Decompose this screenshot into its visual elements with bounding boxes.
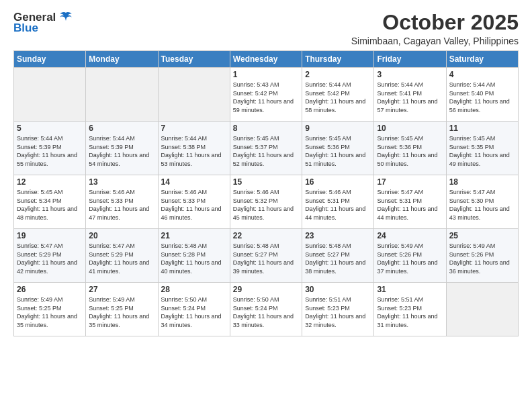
- calendar-week-row: 19Sunrise: 5:47 AM Sunset: 5:29 PM Dayli…: [14, 229, 519, 283]
- cell-info: Sunrise: 5:47 AM Sunset: 5:29 PM Dayligh…: [17, 242, 83, 275]
- calendar-cell: 23Sunrise: 5:48 AM Sunset: 5:27 PM Dayli…: [302, 229, 374, 283]
- calendar-cell: 29Sunrise: 5:50 AM Sunset: 5:24 PM Dayli…: [230, 283, 302, 336]
- cell-info: Sunrise: 5:43 AM Sunset: 5:42 PM Dayligh…: [233, 81, 299, 114]
- day-number: 3: [377, 70, 443, 79]
- calendar-cell: 3Sunrise: 5:44 AM Sunset: 5:41 PM Daylig…: [374, 68, 446, 122]
- day-number: 16: [305, 177, 371, 187]
- calendar-cell: 7Sunrise: 5:44 AM Sunset: 5:38 PM Daylig…: [158, 122, 230, 175]
- calendar-cell: 8Sunrise: 5:45 AM Sunset: 5:37 PM Daylig…: [230, 122, 302, 175]
- calendar-week-row: 12Sunrise: 5:45 AM Sunset: 5:34 PM Dayli…: [14, 175, 519, 229]
- calendar-cell: 15Sunrise: 5:46 AM Sunset: 5:32 PM Dayli…: [230, 175, 302, 229]
- cell-info: Sunrise: 5:44 AM Sunset: 5:38 PM Dayligh…: [161, 134, 227, 168]
- calendar-cell: 18Sunrise: 5:47 AM Sunset: 5:30 PM Dayli…: [446, 175, 518, 229]
- day-number: 30: [305, 285, 371, 294]
- calendar-cell: 26Sunrise: 5:49 AM Sunset: 5:25 PM Dayli…: [14, 283, 86, 336]
- day-number: 23: [305, 231, 371, 240]
- cell-info: Sunrise: 5:50 AM Sunset: 5:24 PM Dayligh…: [233, 295, 299, 329]
- cell-info: Sunrise: 5:47 AM Sunset: 5:29 PM Dayligh…: [89, 242, 154, 275]
- cell-info: Sunrise: 5:46 AM Sunset: 5:33 PM Dayligh…: [89, 188, 154, 222]
- cell-info: Sunrise: 5:51 AM Sunset: 5:23 PM Dayligh…: [377, 295, 443, 329]
- calendar-cell: 27Sunrise: 5:49 AM Sunset: 5:25 PM Dayli…: [86, 283, 158, 336]
- day-number: 18: [449, 177, 515, 187]
- cell-info: Sunrise: 5:46 AM Sunset: 5:33 PM Dayligh…: [161, 188, 227, 222]
- day-number: 28: [161, 285, 227, 294]
- day-number: 10: [377, 124, 443, 133]
- cell-info: Sunrise: 5:45 AM Sunset: 5:35 PM Dayligh…: [449, 134, 515, 168]
- calendar-cell: 22Sunrise: 5:48 AM Sunset: 5:27 PM Dayli…: [230, 229, 302, 283]
- day-number: 31: [377, 285, 443, 294]
- day-header-tuesday: Tuesday: [158, 51, 230, 68]
- cell-info: Sunrise: 5:49 AM Sunset: 5:26 PM Dayligh…: [449, 242, 515, 275]
- day-header-thursday: Thursday: [302, 51, 374, 68]
- logo: General Blue: [13, 11, 73, 35]
- day-number: 13: [89, 177, 154, 187]
- calendar-cell: [446, 283, 518, 336]
- calendar-cell: 20Sunrise: 5:47 AM Sunset: 5:29 PM Dayli…: [86, 229, 158, 283]
- subtitle: Simimbaan, Cagayan Valley, Philippines: [351, 36, 519, 46]
- cell-info: Sunrise: 5:49 AM Sunset: 5:25 PM Dayligh…: [89, 295, 154, 329]
- title-section: October 2025 Simimbaan, Cagayan Valley, …: [351, 11, 519, 46]
- day-number: 19: [17, 231, 83, 240]
- day-number: 20: [89, 231, 154, 240]
- day-number: 6: [89, 124, 154, 133]
- day-number: 7: [161, 124, 227, 133]
- calendar-table: SundayMondayTuesdayWednesdayThursdayFrid…: [13, 50, 519, 336]
- calendar-week-row: 5Sunrise: 5:44 AM Sunset: 5:39 PM Daylig…: [14, 122, 519, 175]
- calendar-cell: 2Sunrise: 5:44 AM Sunset: 5:42 PM Daylig…: [302, 68, 374, 122]
- calendar-cell: 28Sunrise: 5:50 AM Sunset: 5:24 PM Dayli…: [158, 283, 230, 336]
- day-header-saturday: Saturday: [446, 51, 518, 68]
- calendar-cell: 1Sunrise: 5:43 AM Sunset: 5:42 PM Daylig…: [230, 68, 302, 122]
- cell-info: Sunrise: 5:48 AM Sunset: 5:27 PM Dayligh…: [305, 242, 371, 275]
- calendar-cell: 16Sunrise: 5:46 AM Sunset: 5:31 PM Dayli…: [302, 175, 374, 229]
- calendar-cell: 11Sunrise: 5:45 AM Sunset: 5:35 PM Dayli…: [446, 122, 518, 175]
- day-header-friday: Friday: [374, 51, 446, 68]
- calendar-cell: 5Sunrise: 5:44 AM Sunset: 5:39 PM Daylig…: [14, 122, 86, 175]
- cell-info: Sunrise: 5:45 AM Sunset: 5:36 PM Dayligh…: [377, 134, 443, 168]
- cell-info: Sunrise: 5:50 AM Sunset: 5:24 PM Dayligh…: [161, 295, 227, 329]
- cell-info: Sunrise: 5:51 AM Sunset: 5:23 PM Dayligh…: [305, 295, 371, 329]
- calendar-week-row: 26Sunrise: 5:49 AM Sunset: 5:25 PM Dayli…: [14, 283, 519, 336]
- calendar-cell: 14Sunrise: 5:46 AM Sunset: 5:33 PM Dayli…: [158, 175, 230, 229]
- calendar-cell: 17Sunrise: 5:47 AM Sunset: 5:31 PM Dayli…: [374, 175, 446, 229]
- cell-info: Sunrise: 5:44 AM Sunset: 5:39 PM Dayligh…: [17, 134, 83, 168]
- day-number: 25: [449, 231, 515, 240]
- calendar-cell: 21Sunrise: 5:48 AM Sunset: 5:28 PM Dayli…: [158, 229, 230, 283]
- cell-info: Sunrise: 5:44 AM Sunset: 5:41 PM Dayligh…: [377, 81, 443, 114]
- calendar-cell: 6Sunrise: 5:44 AM Sunset: 5:39 PM Daylig…: [86, 122, 158, 175]
- day-header-monday: Monday: [86, 51, 158, 68]
- logo-blue-text: Blue: [13, 21, 38, 35]
- day-number: 26: [17, 285, 83, 294]
- calendar-cell: 30Sunrise: 5:51 AM Sunset: 5:23 PM Dayli…: [302, 283, 374, 336]
- day-header-sunday: Sunday: [14, 51, 86, 68]
- cell-info: Sunrise: 5:48 AM Sunset: 5:27 PM Dayligh…: [233, 242, 299, 275]
- cell-info: Sunrise: 5:45 AM Sunset: 5:37 PM Dayligh…: [233, 134, 299, 168]
- calendar-cell: 12Sunrise: 5:45 AM Sunset: 5:34 PM Dayli…: [14, 175, 86, 229]
- calendar-cell: 13Sunrise: 5:46 AM Sunset: 5:33 PM Dayli…: [86, 175, 158, 229]
- day-number: 17: [377, 177, 443, 187]
- day-number: 2: [305, 70, 371, 79]
- calendar-cell: 31Sunrise: 5:51 AM Sunset: 5:23 PM Dayli…: [374, 283, 446, 336]
- day-number: 12: [17, 177, 83, 187]
- cell-info: Sunrise: 5:44 AM Sunset: 5:42 PM Dayligh…: [305, 81, 371, 114]
- day-number: 27: [89, 285, 154, 294]
- day-number: 22: [233, 231, 299, 240]
- day-number: 21: [161, 231, 227, 240]
- calendar-header-row: SundayMondayTuesdayWednesdayThursdayFrid…: [14, 51, 519, 68]
- calendar-cell: 25Sunrise: 5:49 AM Sunset: 5:26 PM Dayli…: [446, 229, 518, 283]
- cell-info: Sunrise: 5:46 AM Sunset: 5:31 PM Dayligh…: [305, 188, 371, 222]
- logo-bird-icon: [58, 11, 73, 24]
- cell-info: Sunrise: 5:45 AM Sunset: 5:34 PM Dayligh…: [17, 188, 83, 222]
- calendar-week-row: 1Sunrise: 5:43 AM Sunset: 5:42 PM Daylig…: [14, 68, 519, 122]
- day-number: 9: [305, 124, 371, 133]
- calendar-cell: 4Sunrise: 5:44 AM Sunset: 5:40 PM Daylig…: [446, 68, 518, 122]
- cell-info: Sunrise: 5:49 AM Sunset: 5:25 PM Dayligh…: [17, 295, 83, 329]
- calendar-cell: 9Sunrise: 5:45 AM Sunset: 5:36 PM Daylig…: [302, 122, 374, 175]
- calendar-cell: [14, 68, 86, 122]
- day-number: 5: [17, 124, 83, 133]
- day-number: 4: [449, 70, 515, 79]
- calendar-cell: 24Sunrise: 5:49 AM Sunset: 5:26 PM Dayli…: [374, 229, 446, 283]
- page-header: General Blue October 2025 Simimbaan, Cag…: [13, 11, 519, 46]
- day-number: 11: [449, 124, 515, 133]
- day-header-wednesday: Wednesday: [230, 51, 302, 68]
- calendar-cell: [158, 68, 230, 122]
